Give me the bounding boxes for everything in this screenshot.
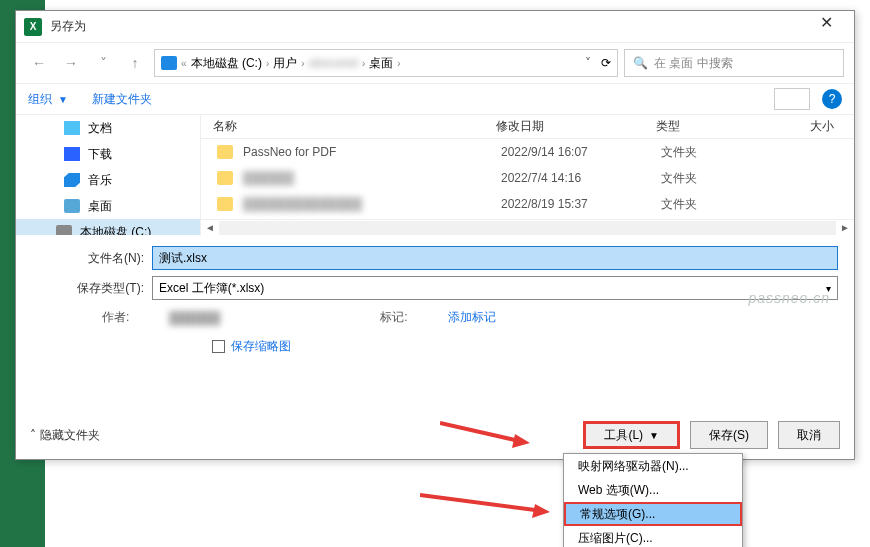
save-thumbnail-label: 保存缩略图 (231, 338, 291, 355)
toolbar: 组织 ▼ 新建文件夹 ? (16, 83, 854, 115)
chevron-up-icon: ˄ (30, 428, 36, 442)
search-icon: 🔍 (633, 56, 648, 70)
save-thumbnail-checkbox[interactable] (212, 340, 225, 353)
file-row[interactable]: ██████████████ 2022/8/19 15:37 文件夹 (201, 191, 854, 217)
bc-desktop[interactable]: 桌面 (369, 55, 393, 72)
scroll-left-icon[interactable]: ◄ (201, 222, 219, 233)
tools-button[interactable]: 工具(L) ▼ (583, 421, 680, 449)
column-type[interactable]: 类型 (656, 118, 786, 135)
chevron-down-icon[interactable]: ▼ (58, 94, 68, 105)
author-value[interactable]: ██████ (169, 311, 220, 325)
sidebar-item-desktop[interactable]: 桌面 (16, 193, 200, 219)
bc-users[interactable]: 用户 (273, 55, 297, 72)
downloads-icon (64, 147, 80, 161)
sidebar-item-downloads[interactable]: 下载 (16, 141, 200, 167)
file-type: 文件夹 (661, 196, 791, 213)
save-as-dialog: X 另存为 ✕ ← → ˅ ↑ « 本地磁盘 (C:) › 用户 › obscu… (15, 10, 855, 460)
menu-general-options[interactable]: 常规选项(G)... (564, 502, 742, 526)
search-placeholder: 在 桌面 中搜索 (654, 55, 733, 72)
menu-compress-pictures[interactable]: 压缩图片(C)... (564, 526, 742, 547)
publish-label: 发布 (45, 478, 75, 497)
file-type: 文件夹 (661, 144, 791, 161)
svg-marker-3 (532, 504, 550, 518)
svg-line-2 (420, 495, 535, 510)
help-button[interactable]: ? (822, 89, 842, 109)
sidebar-item-music[interactable]: 音乐 (16, 167, 200, 193)
new-folder-button[interactable]: 新建文件夹 (92, 91, 152, 108)
navbar: ← → ˅ ↑ « 本地磁盘 (C:) › 用户 › obscured › 桌面… (16, 43, 854, 83)
file-list-area: 名称 修改日期 类型 大小 PassNeo for PDF 2022/9/14 … (201, 115, 854, 235)
excel-icon: X (24, 18, 42, 36)
bc-disk[interactable]: 本地磁盘 (C:) (191, 55, 262, 72)
column-name[interactable]: 名称 (201, 118, 496, 135)
filename-label: 文件名(N): (32, 250, 152, 267)
file-date: 2022/7/4 14:16 (501, 171, 661, 185)
disk-icon (161, 56, 177, 70)
scroll-right-icon[interactable]: ► (836, 222, 854, 233)
filetype-select[interactable]: Excel 工作簿(*.xlsx) ▾ (152, 276, 838, 300)
chevron-down-icon[interactable]: ˅ (90, 50, 116, 76)
add-tag-button[interactable]: 添加标记 (448, 309, 496, 326)
sidebar-item-local-disk[interactable]: 本地磁盘 (C:) (16, 219, 200, 235)
file-row[interactable]: ██████ 2022/7/4 14:16 文件夹 (201, 165, 854, 191)
horizontal-scrollbar[interactable]: ◄ ► (201, 219, 854, 235)
back-button[interactable]: ← (26, 50, 52, 76)
save-button[interactable]: 保存(S) (690, 421, 768, 449)
file-date: 2022/9/14 16:07 (501, 145, 661, 159)
file-name: ██████ (243, 171, 501, 185)
annotation-arrow (420, 490, 550, 520)
sidebar: 文档 下载 音乐 桌面 本地磁盘 (C:) (16, 115, 201, 235)
file-name: PassNeo for PDF (243, 145, 501, 159)
disk-icon (56, 225, 72, 235)
bc-user-blurred[interactable]: obscured (309, 56, 358, 70)
up-button[interactable]: ↑ (122, 50, 148, 76)
search-input[interactable]: 🔍 在 桌面 中搜索 (624, 49, 844, 77)
author-label: 作者: (102, 309, 129, 326)
view-mode-button[interactable] (774, 88, 810, 110)
folder-icon (217, 145, 233, 159)
breadcrumb-dropdown-icon[interactable]: ˅ (585, 56, 591, 70)
file-name: ██████████████ (243, 197, 501, 211)
column-date[interactable]: 修改日期 (496, 118, 656, 135)
tools-menu: 映射网络驱动器(N)... Web 选项(W)... 常规选项(G)... 压缩… (563, 453, 743, 547)
file-date: 2022/8/19 15:37 (501, 197, 661, 211)
cancel-button[interactable]: 取消 (778, 421, 840, 449)
folder-icon (217, 197, 233, 211)
breadcrumb[interactable]: « 本地磁盘 (C:) › 用户 › obscured › 桌面 › ˅ ⟳ (154, 49, 618, 77)
menu-map-network-drive[interactable]: 映射网络驱动器(N)... (564, 454, 742, 478)
documents-icon (64, 121, 80, 135)
folder-icon (217, 171, 233, 185)
menu-web-options[interactable]: Web 选项(W)... (564, 478, 742, 502)
forward-button[interactable]: → (58, 50, 84, 76)
filename-input[interactable] (152, 246, 838, 270)
desktop-icon (64, 199, 80, 213)
file-type: 文件夹 (661, 170, 791, 187)
tag-label: 标记: (380, 309, 407, 326)
organize-button[interactable]: 组织 (28, 91, 52, 108)
file-row[interactable]: PassNeo for PDF 2022/9/14 16:07 文件夹 (201, 139, 854, 165)
refresh-icon[interactable]: ⟳ (601, 56, 611, 70)
filetype-label: 保存类型(T): (32, 280, 152, 297)
dialog-title: 另存为 (50, 18, 806, 35)
sidebar-item-documents[interactable]: 文档 (16, 115, 200, 141)
column-size[interactable]: 大小 (786, 118, 854, 135)
titlebar: X 另存为 ✕ (16, 11, 854, 43)
hide-folders-button[interactable]: ˄ 隐藏文件夹 (30, 427, 100, 444)
music-icon (64, 173, 80, 187)
close-button[interactable]: ✕ (806, 13, 846, 41)
chevron-down-icon: ▼ (649, 430, 659, 441)
watermark: passneo.cn (748, 290, 830, 306)
